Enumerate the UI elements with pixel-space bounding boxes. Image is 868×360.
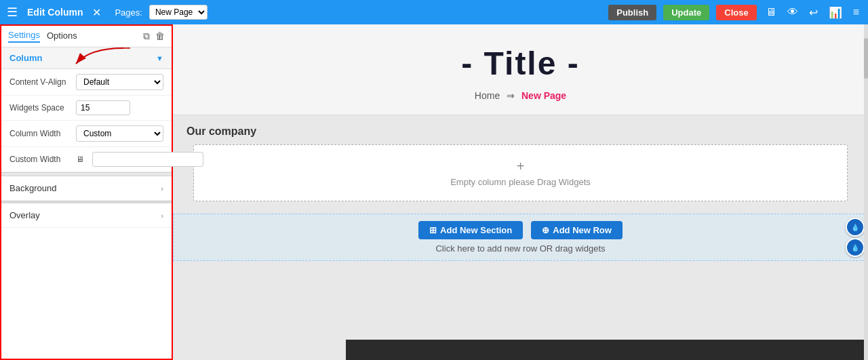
background-arrow-icon: › xyxy=(161,184,163,193)
widgets-space-input[interactable] xyxy=(76,100,130,115)
content-valign-row: Content V-Align Default xyxy=(1,69,172,96)
header-title: Edit Column xyxy=(27,7,83,18)
breadcrumb-home: Home xyxy=(475,90,500,101)
column-width-label: Column Width xyxy=(9,129,71,138)
add-new-section-button[interactable]: ⊞ Add New Section xyxy=(418,221,523,239)
publish-button[interactable]: Publish xyxy=(608,5,656,20)
column-width-select[interactable]: Custom Auto xyxy=(76,125,163,142)
add-section-buttons: ⊞ Add New Section ⊕ Add New Row xyxy=(174,221,867,239)
float-button-2[interactable]: 💧 xyxy=(846,238,865,257)
sidebar-tabs: Settings Options ⧉ 🗑 xyxy=(1,26,172,47)
desktop-icon[interactable]: 🖥 xyxy=(766,6,776,18)
right-float-buttons: 💧 💧 xyxy=(846,218,865,257)
add-section-plus-icon: ⊞ xyxy=(429,225,437,235)
add-section-bar: ⊞ Add New Section ⊕ Add New Row Click he… xyxy=(173,214,868,261)
add-widget-plus-icon: + xyxy=(208,159,833,174)
empty-column-box[interactable]: + Empty column please Drag Widgets xyxy=(193,144,848,201)
overlay-label: Overlay xyxy=(9,210,40,220)
breadcrumb: Home ⇒ New Page xyxy=(186,90,854,101)
tab-settings[interactable]: Settings xyxy=(8,30,40,43)
tab-options[interactable]: Options xyxy=(47,31,77,42)
custom-width-input[interactable] xyxy=(92,152,203,167)
company-title: Our company xyxy=(186,125,854,138)
add-row-label: Add New Row xyxy=(553,225,612,235)
main-layout: Settings Options ⧉ 🗑 Column ▼ xyxy=(0,24,868,360)
canvas: - Title - Home ⇒ New Page Our company + … xyxy=(173,24,868,360)
canvas-scrollbar-thumb xyxy=(864,38,868,79)
add-new-row-button[interactable]: ⊕ Add New Row xyxy=(531,221,623,239)
custom-width-row: Custom Width 🖥 xyxy=(1,147,172,172)
undo-icon[interactable]: ↩ xyxy=(809,6,818,19)
background-row[interactable]: Background › xyxy=(1,176,172,201)
empty-column-text: Empty column please Drag Widgets xyxy=(450,177,591,187)
add-hint-text: Click here to add new row OR drag widget… xyxy=(174,243,867,254)
custom-width-monitor-icon: 🖥 xyxy=(76,155,84,164)
close-x-icon[interactable]: ✕ xyxy=(92,6,101,19)
column-section-arrow-icon: ▼ xyxy=(156,54,163,62)
update-button[interactable]: Update xyxy=(663,5,709,20)
float-button-1[interactable]: 💧 xyxy=(846,218,865,237)
content-valign-select[interactable]: Default xyxy=(76,74,163,90)
company-section: Our company + Empty column please Drag W… xyxy=(173,115,868,208)
trash-icon[interactable]: 🗑 xyxy=(155,31,165,42)
copy-icon[interactable]: ⧉ xyxy=(143,31,150,42)
add-section-label: Add New Section xyxy=(440,225,512,235)
pages-select[interactable]: New Page xyxy=(149,5,208,20)
canvas-scrollbar[interactable] xyxy=(864,24,868,360)
header-bar: ☰ Edit Column ✕ Pages: New Page Publish … xyxy=(0,0,868,24)
sidebar: Settings Options ⧉ 🗑 Column ▼ xyxy=(0,24,173,360)
hero-section: - Title - Home ⇒ New Page xyxy=(173,24,868,115)
add-row-plus-icon: ⊕ xyxy=(542,225,549,235)
background-label: Background xyxy=(9,183,56,193)
column-section-title: Column xyxy=(9,53,42,63)
breadcrumb-separator: ⇒ xyxy=(507,90,515,101)
breadcrumb-current: New Page xyxy=(521,90,566,101)
overlay-arrow-icon: › xyxy=(161,212,163,220)
page-title: - Title - xyxy=(186,45,854,82)
bottom-bar xyxy=(346,340,868,360)
pages-label: Pages: xyxy=(115,7,142,18)
chart-icon[interactable]: 📊 xyxy=(829,6,842,19)
content-valign-label: Content V-Align xyxy=(9,77,71,87)
menu-icon[interactable]: ≡ xyxy=(853,6,859,18)
custom-width-label: Custom Width xyxy=(9,155,71,164)
widgets-space-row: Widgets Space xyxy=(1,96,172,121)
eye-icon[interactable]: 👁 xyxy=(787,6,798,18)
overlay-row[interactable]: Overlay › xyxy=(1,203,172,228)
hamburger-icon[interactable]: ☰ xyxy=(7,5,18,20)
close-button[interactable]: Close xyxy=(716,5,756,20)
widgets-space-label: Widgets Space xyxy=(9,103,71,113)
column-section-header[interactable]: Column ▼ xyxy=(1,47,172,69)
column-width-row: Column Width Custom Auto xyxy=(1,121,172,147)
